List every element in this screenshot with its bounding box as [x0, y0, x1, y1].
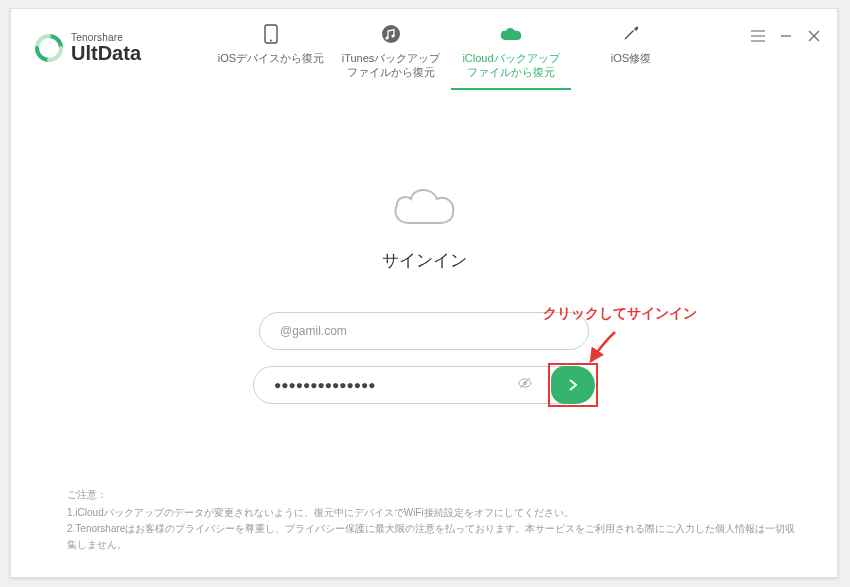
close-icon[interactable] — [807, 29, 821, 43]
svg-point-2 — [382, 25, 400, 43]
annotation-text: クリックしてサインイン — [543, 305, 697, 323]
phone-icon — [211, 23, 331, 45]
svg-point-4 — [391, 34, 394, 37]
email-field[interactable] — [259, 312, 589, 350]
tab-ios-repair[interactable]: iOS修復 — [571, 23, 691, 90]
email-row — [259, 312, 589, 350]
eye-off-icon[interactable] — [517, 375, 533, 395]
tab-label: iCloudバックアップ ファイルから復元 — [451, 51, 571, 80]
tab-icloud-backup[interactable]: iCloudバックアップ ファイルから復元 — [451, 23, 571, 90]
tab-label: iOSデバイスから復元 — [211, 51, 331, 65]
footer-line-2: 2.Tenorshareはお客様のプライバシーを尊重し、プライバシー保護に最大限… — [67, 521, 797, 553]
tab-label: iOS修復 — [571, 51, 691, 65]
signin-button[interactable] — [551, 366, 595, 404]
logo-product: UltData — [71, 43, 141, 63]
itunes-icon — [331, 23, 451, 45]
chevron-right-icon — [568, 379, 578, 391]
menu-icon[interactable] — [751, 29, 765, 43]
tab-bar: iOSデバイスから復元 iTunesバックアップ ファイルから復元 iCloud… — [211, 23, 691, 90]
header: Tenorshare UltData iOSデバイスから復元 iTunesバック… — [11, 9, 837, 93]
footer-notes: ご注意： 1.iCloudバックアップのデータが変更されないように、復元中にデバ… — [67, 487, 797, 553]
window-controls — [751, 29, 821, 43]
tab-itunes-backup[interactable]: iTunesバックアップ ファイルから復元 — [331, 23, 451, 90]
cloud-outline-icon — [389, 183, 459, 233]
password-field[interactable] — [253, 366, 583, 404]
minimize-icon[interactable] — [779, 29, 793, 43]
svg-point-3 — [385, 36, 388, 39]
app-logo: Tenorshare UltData — [35, 9, 141, 63]
cloud-icon — [451, 23, 571, 45]
footer-line-1: 1.iCloudバックアップのデータが変更されないように、復元中にデバイスでWi… — [67, 505, 797, 521]
tab-ios-device[interactable]: iOSデバイスから復元 — [211, 23, 331, 90]
app-window: Tenorshare UltData iOSデバイスから復元 iTunesバック… — [10, 8, 838, 578]
ultdata-logo-icon — [35, 34, 63, 62]
tab-label: iTunesバックアップ ファイルから復元 — [331, 51, 451, 80]
password-row — [253, 366, 595, 404]
signin-title: サインイン — [382, 249, 467, 272]
wrench-icon — [571, 23, 691, 45]
logo-text: Tenorshare UltData — [71, 33, 141, 63]
footer-heading: ご注意： — [67, 487, 797, 503]
signin-panel: サインイン — [11, 183, 837, 420]
svg-point-1 — [270, 40, 272, 42]
